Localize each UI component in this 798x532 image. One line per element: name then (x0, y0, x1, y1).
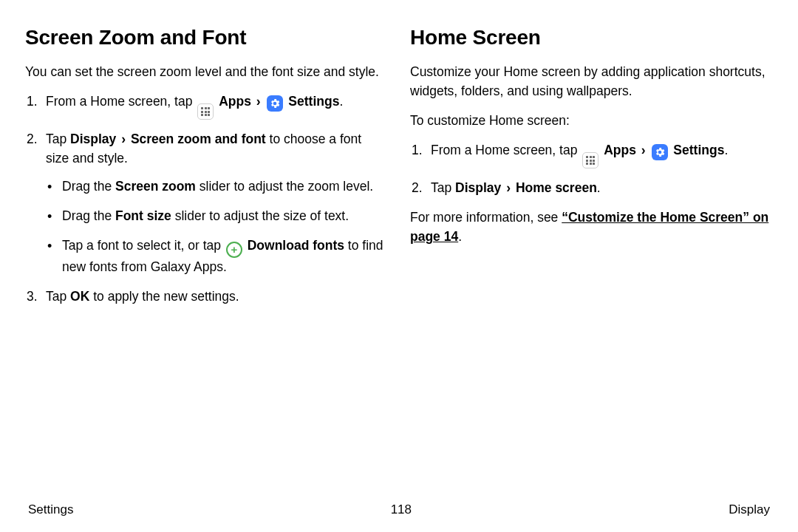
period: . (597, 180, 601, 195)
settings-icon (652, 144, 668, 160)
text: slider to adjust the size of text. (171, 208, 349, 223)
heading-screen-zoom-font: Screen Zoom and Font (25, 22, 388, 52)
bullet-screen-zoom: Drag the Screen zoom slider to adjust th… (46, 177, 388, 197)
text: Tap (46, 289, 70, 304)
text: From a Home screen, tap (46, 94, 196, 109)
page-footer: Settings 118 Display (25, 502, 773, 532)
text: Tap (431, 180, 455, 195)
steps-right: From a Home screen, tap Apps › Settings.… (410, 141, 773, 198)
text: From a Home screen, tap (431, 143, 581, 157)
intro-right: Customize your Home screen by adding app… (410, 63, 773, 101)
text: to apply the new settings. (89, 289, 239, 304)
apps-icon (582, 152, 598, 168)
page-number: 118 (391, 502, 412, 517)
chevron-right-icon: › (641, 143, 646, 157)
ok-label: OK (70, 289, 89, 304)
chevron-right-icon: › (256, 94, 261, 109)
text: Tap (46, 132, 70, 146)
bullets-left: Drag the Screen zoom slider to adjust th… (46, 177, 388, 277)
cross-reference: For more information, see “Customize the… (410, 208, 773, 247)
text: Drag the (62, 179, 115, 194)
settings-label: Settings (673, 143, 724, 157)
text: For more information, see (410, 210, 562, 225)
step-2-left: Tap Display › Screen zoom and font to ch… (25, 130, 388, 276)
intro-left: You can set the screen zoom level and th… (25, 63, 388, 82)
text: Tap a font to select it, or tap (62, 238, 225, 253)
apps-label: Apps (604, 143, 636, 157)
step-1-right: From a Home screen, tap Apps › Settings. (410, 141, 773, 168)
column-right: Home Screen Customize your Home screen b… (410, 22, 773, 502)
screen-zoom-label: Screen zoom (115, 179, 196, 194)
settings-label: Settings (288, 94, 339, 109)
footer-section: Settings (28, 502, 73, 517)
apps-label: Apps (219, 94, 251, 109)
period: . (724, 143, 728, 157)
font-size-label: Font size (115, 208, 171, 223)
apps-icon (197, 103, 214, 120)
home-screen-label: Home screen (516, 180, 597, 195)
steps-left: From a Home screen, tap Apps › Settings.… (25, 92, 388, 306)
column-left: Screen Zoom and Font You can set the scr… (25, 22, 388, 502)
period: . (339, 94, 343, 109)
heading-home-screen: Home Screen (410, 22, 773, 52)
bullet-download-fonts: Tap a font to select it, or tap + Downlo… (46, 236, 388, 277)
text: slider to adjust the zoom level. (196, 179, 373, 194)
step-1-left: From a Home screen, tap Apps › Settings. (25, 92, 388, 120)
bullet-font-size: Drag the Font size slider to adjust the … (46, 207, 388, 226)
footer-topic: Display (729, 502, 770, 517)
chevron-right-icon: › (121, 132, 126, 146)
lead-right: To customize Home screen: (410, 112, 773, 131)
download-fonts-label: Download fonts (248, 238, 344, 253)
display-label: Display (70, 132, 116, 146)
period: . (458, 229, 462, 244)
screen-zoom-font-label: Screen zoom and font (131, 132, 266, 146)
chevron-right-icon: › (506, 180, 511, 195)
settings-icon (267, 95, 283, 112)
step-2-right: Tap Display › Home screen. (410, 179, 773, 198)
plus-icon: + (226, 242, 242, 258)
step-3-left: Tap OK to apply the new settings. (25, 287, 388, 307)
display-label: Display (455, 180, 501, 195)
text: Drag the (62, 208, 115, 223)
